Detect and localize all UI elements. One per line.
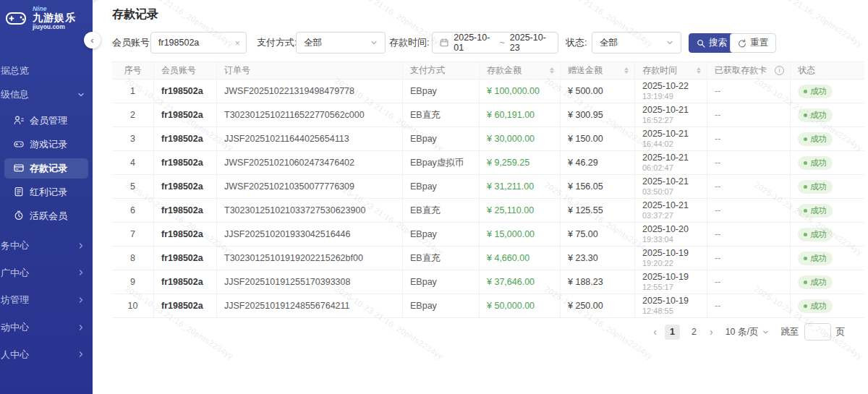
calendar-icon [440,38,448,48]
logo[interactable]: Nine 九游娱乐 jiuyou.com [4,6,76,30]
sidebar-item-overview[interactable]: 据总览 [1,64,92,78]
cell-deposit-amount: ¥ 50,000.00 [480,294,561,317]
column-header-col-time[interactable]: 存款时间 [635,62,707,79]
sort-icon[interactable] [624,67,629,74]
column-header-col-bonus[interactable]: 赠送金额 [561,62,635,79]
logo-text-cn: 九游娱乐 [33,12,76,22]
table-row: 10fr198502aJJSF202510191248556764211EBpa… [112,294,864,318]
cell-member-account: fr198502a [154,151,217,174]
sidebar-group-label: 务中心 [1,239,29,252]
sidebar-group-label: 人中心 [1,348,29,361]
page-title: 存款记录 [112,7,158,22]
cell-pay-method: EBpay [403,127,480,150]
cell-member-account: fr198502a [154,223,217,246]
sidebar-group-finance-center[interactable]: 务中心 [1,239,92,253]
sort-icon[interactable] [697,67,701,74]
status-select[interactable]: 全部 [592,32,681,53]
status-badge: 成功 [798,180,833,194]
chevron-down-icon [762,329,769,335]
info-icon[interactable]: i [775,66,784,75]
deposit-records-table: 序号会员账号订单号支付方式存款金额赠送金额存款时间已获取存款卡i状态 1fr19… [112,61,864,318]
account-label: 会员账号: [112,32,153,53]
cell-pay-method: EBpay [403,294,480,317]
status-badge: 成功 [798,132,833,146]
status-dot-icon [804,185,807,189]
sidebar-item-deposit-records[interactable]: 存款记录 [4,158,88,179]
prev-page-button[interactable]: ‹ [652,326,658,338]
status-dot-icon [804,90,807,93]
row-number: 9 [112,270,154,294]
sidebar-item-label: 活跃会员 [30,210,67,223]
page-number-1[interactable]: 1 [665,325,680,340]
cell-bonus-amount: ¥ 188.23 [561,270,635,294]
sort-icon[interactable] [550,67,554,74]
sidebar-item-label: 会员管理 [30,114,67,127]
cell-status: 成功 [791,80,864,103]
sidebar-collapse-button[interactable]: ‹ [84,32,101,48]
search-button[interactable]: 搜索 [689,33,735,53]
column-header-label: 会员账号 [161,65,196,75]
status-badge: 成功 [798,299,833,313]
cell-deposit-card: -- [707,223,791,246]
sidebar-group-activity-center[interactable]: 动中心 [1,320,92,335]
cell-bonus-amount: ¥ 500.00 [561,80,635,103]
table-row: 8fr198502aT30230125101919202215262bf00EB… [112,247,864,270]
cell-member-account: fr198502a [154,294,217,317]
column-header-label: 已获取存款卡 [715,62,767,79]
account-input[interactable] [158,38,229,48]
date-range-picker[interactable]: 2025-10-01 ~ 2025-10-23 [432,32,558,53]
cell-deposit-time: 2025-10-1912:48:55 [635,294,707,317]
status-dot-icon [804,304,807,308]
column-header-col-pay: 支付方式 [403,62,480,79]
sidebar-group-personal-center[interactable]: 人中心 [1,348,92,362]
cell-bonus-amount: ¥ 156.05 [561,175,635,198]
column-header-col-card: 已获取存款卡i [707,62,791,79]
cell-deposit-card: -- [707,127,791,150]
cell-deposit-card: -- [707,103,791,127]
cell-bonus-amount: ¥ 300.95 [561,103,635,127]
sidebar-item-active-members[interactable]: 活跃会员 [4,206,88,226]
chevron-right-icon [77,295,85,306]
sidebar-item-label: 游戏记录 [30,138,67,151]
cell-deposit-amount: ¥ 31,211.00 [480,175,561,198]
row-number: 10 [112,294,154,317]
date-end: 2025-10-23 [510,33,550,53]
cell-bonus-amount: ¥ 250.00 [561,294,635,317]
jump-to-label: 跳至 [781,326,799,338]
chevron-down-icon [370,39,378,46]
table-row: 6fr198502aT302301251021033727530623900EB… [112,199,864,223]
sidebar-group-promotion-center[interactable]: 广中心 [1,266,92,280]
sidebar-group-venue-management[interactable]: 坊管理 [1,293,92,307]
status-badge: 成功 [798,85,833,98]
next-page-button[interactable]: › [708,326,715,338]
cell-deposit-amount: ¥ 25,110.00 [480,199,561,222]
clear-input-icon[interactable]: × [234,38,240,48]
cell-deposit-time: 2025-10-2106:02:47 [635,151,707,174]
sidebar-item-bonus-records[interactable]: 红利记录 [4,182,88,202]
clock-icon [14,210,24,223]
document-icon [14,187,24,199]
row-number: 5 [112,175,154,198]
pay-method-select[interactable]: 全部 [296,32,386,53]
column-header-label: 存款金额 [487,62,522,79]
search-button-label: 搜索 [709,37,727,49]
sidebar-item-game-records[interactable]: 游戏记录 [4,134,88,155]
page-number-2[interactable]: 2 [686,325,702,340]
cell-status: 成功 [791,151,864,174]
column-header-col-amount[interactable]: 存款金额 [480,62,561,79]
cell-pay-method: EBpay [403,175,480,198]
pay-method-value: 全部 [304,37,322,49]
page-size-select[interactable]: 10 条/页 [726,326,769,338]
cell-member-account: fr198502a [154,199,217,222]
jump-to-page-input[interactable] [804,323,831,341]
cell-bonus-amount: ¥ 125.55 [561,199,635,222]
sidebar-item-member-management[interactable]: 会员管理 [4,111,88,131]
status-dot-icon [804,280,807,284]
cell-status: 成功 [791,199,864,222]
status-dot-icon [804,209,807,213]
sidebar-group-info[interactable]: 级信息 [1,87,92,102]
sidebar: Nine 九游娱乐 jiuyou.com 据总览 级信息 会员管理游戏记录存款记… [0,0,93,394]
cell-deposit-time: 2025-10-2213:19:49 [635,80,707,103]
column-header-col-order: 订单号 [217,62,403,79]
reset-button[interactable]: 重置 [730,33,776,53]
